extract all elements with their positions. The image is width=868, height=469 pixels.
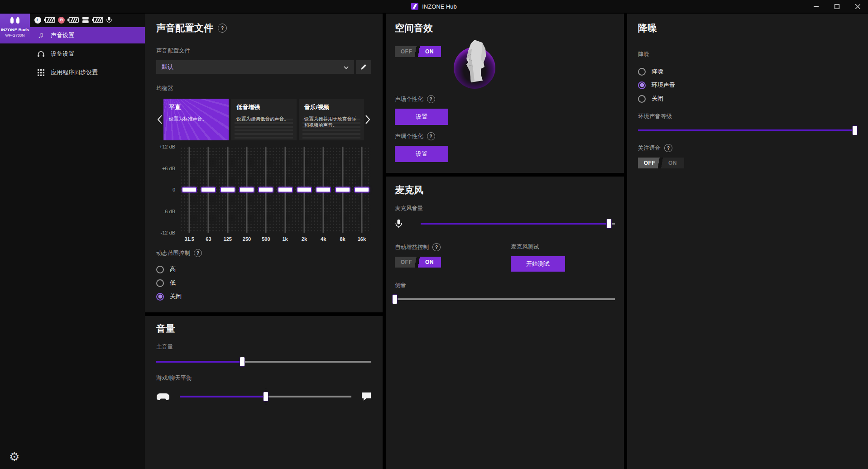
slider-fill (156, 361, 242, 363)
ambient-level-slider[interactable] (638, 126, 857, 135)
eq-band-slider[interactable] (352, 147, 371, 233)
volume-panel: 音量 主音量 游戏/聊天平衡 (145, 316, 383, 469)
charging-case-icon (82, 16, 89, 24)
focus-voice-toggle[interactable]: OFF ON (638, 158, 684, 168)
help-icon[interactable] (427, 95, 435, 103)
agc-label-row: 自动增益控制 (395, 243, 511, 251)
eq-preset-music-video[interactable]: 音乐/视频 设置为推荐用于欣赏音乐和视频的声音。 (299, 99, 364, 140)
edit-profile-button[interactable] (356, 60, 371, 74)
close-button[interactable] (847, 0, 868, 13)
eq-band-slider[interactable] (256, 147, 275, 233)
maximize-icon (834, 4, 839, 9)
sidebar-item-label: 应用程序同步设置 (51, 68, 98, 77)
eq-band-handle[interactable] (278, 188, 292, 192)
titlebar: INZONE Hub (0, 0, 868, 13)
microphone-status-icon (106, 15, 112, 25)
nc-option-noise-canceling[interactable]: 降噪 (638, 65, 857, 78)
slider-handle[interactable] (240, 357, 245, 366)
start-mic-test-button[interactable]: 开始测试 (511, 256, 565, 272)
eq-band-handle[interactable] (201, 188, 215, 192)
eq-band-frequency-label: 63 (199, 236, 218, 242)
device-tile[interactable]: INZONE Buds WF-G700N (0, 14, 30, 43)
eq-band-frequency-label: 31.5 (180, 236, 199, 242)
game-chat-balance-slider[interactable] (180, 392, 351, 401)
eq-band-slider[interactable] (237, 147, 256, 233)
nc-option-off[interactable]: 关闭 (638, 92, 857, 105)
preset-desc: 设置为标准声音。 (169, 115, 223, 122)
sidebar-item-label: 设备设置 (51, 50, 74, 58)
inzone-logo-icon (411, 3, 418, 10)
eq-band-slider[interactable] (295, 147, 314, 233)
drc-option-high[interactable]: 高 (156, 263, 371, 276)
eq-band-slider[interactable] (180, 147, 199, 233)
minimize-button[interactable] (806, 0, 826, 13)
maximize-button[interactable] (826, 0, 847, 13)
eq-band-handle[interactable] (259, 188, 273, 192)
carousel-prev-button[interactable] (156, 99, 163, 140)
tone-set-button[interactable]: 设置 (395, 146, 448, 162)
slider-handle[interactable] (264, 392, 268, 401)
right-battery-icon (67, 17, 79, 23)
preset-desc: 设置为强调低音的声音。 (236, 115, 291, 122)
drc-option-off[interactable]: 关闭 (156, 290, 371, 303)
radio-icon[interactable] (638, 95, 646, 103)
help-icon[interactable] (432, 243, 441, 251)
radio-icon[interactable] (156, 293, 164, 301)
eq-band-slider[interactable] (333, 147, 352, 233)
eq-band-handle[interactable] (297, 188, 311, 192)
eq-band-slider[interactable] (275, 147, 294, 233)
eq-band-slider[interactable] (314, 147, 333, 233)
slider-handle[interactable] (607, 219, 611, 228)
eq-band-handle[interactable] (240, 188, 254, 192)
close-icon (855, 4, 860, 9)
sound-profile-dropdown[interactable]: 默认 (156, 60, 354, 74)
slider-handle[interactable] (393, 295, 397, 304)
master-volume-slider[interactable] (156, 357, 371, 366)
sidebar-item-app-sync-settings[interactable]: 应用程序同步设置 (30, 64, 145, 81)
sidebar-item-device-settings[interactable]: 设备设置 (30, 46, 145, 62)
drc-label-row: 动态范围控制 (156, 249, 371, 257)
sidebar-item-label: 声音设置 (51, 31, 74, 39)
eq-band-handle[interactable] (336, 188, 350, 192)
radio-icon[interactable] (156, 279, 164, 287)
slider-handle[interactable] (853, 126, 857, 135)
settings-gear-button[interactable]: ⚙ (9, 451, 19, 463)
eq-band-frequency-label: 1k (275, 236, 294, 242)
eq-band-handle[interactable] (317, 188, 330, 192)
preset-name: 音乐/视频 (304, 103, 359, 111)
radio-icon[interactable] (638, 81, 646, 89)
help-icon[interactable] (664, 144, 672, 152)
nc-option-ambient-sound[interactable]: 环境声音 (638, 78, 857, 92)
eq-y-label: -12 dB (161, 230, 175, 235)
help-icon[interactable] (218, 24, 227, 33)
help-icon[interactable] (427, 132, 435, 140)
sidetone-slider[interactable] (395, 295, 615, 304)
left-earbud-badge: L (34, 17, 41, 24)
mic-test-label: 麦克风测试 (511, 243, 565, 251)
eq-preset-bass-boost[interactable]: 低音增强 设置为强调低音的声音。 (231, 99, 296, 140)
sound-field-label: 声场个性化 (395, 96, 423, 103)
eq-band-slider[interactable] (218, 147, 237, 233)
mic-volume-label: 麦克风音量 (395, 205, 615, 212)
preset-name: 低音增强 (236, 103, 291, 111)
drc-option-low[interactable]: 低 (156, 276, 371, 290)
slider-track (421, 223, 615, 225)
eq-band-handle[interactable] (221, 188, 235, 192)
spatial-sound-toggle[interactable]: OFF ON (395, 46, 441, 57)
carousel-next-button[interactable] (364, 99, 371, 140)
volume-heading: 音量 (156, 322, 371, 335)
eq-band-handle[interactable] (182, 188, 196, 192)
eq-band-frequency-label: 16k (352, 236, 371, 242)
radio-icon[interactable] (156, 266, 164, 273)
radio-icon[interactable] (638, 68, 646, 76)
slider-fill (180, 396, 266, 397)
mic-volume-slider[interactable] (421, 219, 615, 228)
agc-toggle[interactable]: OFF ON (395, 257, 441, 268)
help-icon[interactable] (194, 249, 202, 257)
eq-preset-flat[interactable]: 平直 设置为标准声音。 (163, 99, 229, 140)
sidebar-item-sound-settings[interactable]: ♫ 声音设置 (30, 27, 145, 43)
sound-field-set-button[interactable]: 设置 (395, 109, 448, 125)
eq-band-handle[interactable] (355, 188, 369, 192)
eq-band-slider[interactable] (199, 147, 218, 233)
app-grid-icon (36, 69, 45, 76)
